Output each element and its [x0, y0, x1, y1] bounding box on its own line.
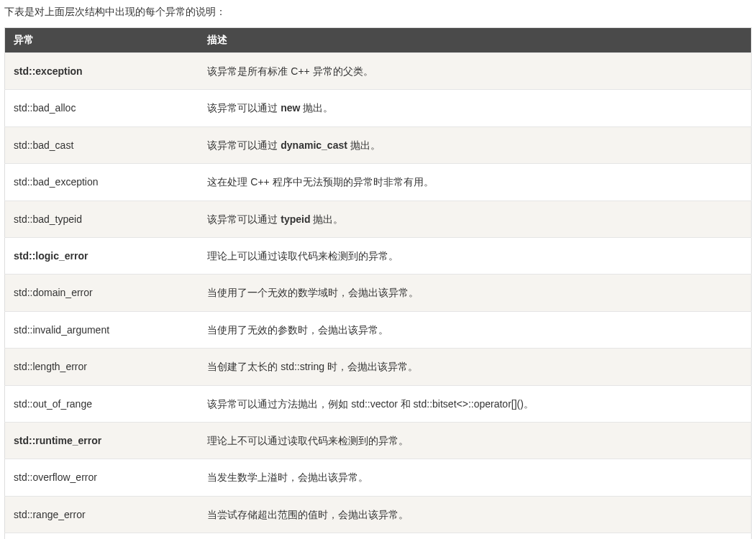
table-header-row: 异常 描述	[5, 28, 752, 53]
table-row: std::bad_cast该异常可以通过 dynamic_cast 抛出。	[5, 126, 752, 163]
exception-description: 该异常可以通过 new 抛出。	[199, 90, 751, 126]
exception-description: 当创建了太长的 std::string 时，会抛出该异常。	[199, 349, 751, 385]
table-row: std::bad_alloc该异常可以通过 new 抛出。	[5, 90, 752, 126]
exception-name: std::bad_cast	[5, 126, 199, 163]
exception-name: std::domain_error	[5, 275, 199, 311]
table-row: std::bad_exception这在处理 C++ 程序中无法预期的异常时非常…	[5, 164, 752, 201]
table-row: std::underflow_error当发生数学下溢时，会抛出该异常。	[5, 533, 752, 539]
exception-name: std::range_error	[5, 496, 199, 533]
table-row: std::overflow_error当发生数学上溢时，会抛出该异常。	[5, 459, 752, 496]
exception-name: std::logic_error	[5, 237, 199, 274]
exception-description: 该异常可以通过 dynamic_cast 抛出。	[199, 126, 751, 163]
exception-description: 当发生数学下溢时，会抛出该异常。	[199, 533, 751, 539]
exception-name: std::runtime_error	[5, 422, 199, 459]
exception-description: 当使用了一个无效的数学域时，会抛出该异常。	[199, 275, 751, 311]
exception-description: 该异常是所有标准 C++ 异常的父类。	[199, 53, 751, 90]
exception-description: 该异常可以通过方法抛出，例如 std::vector 和 std::bitset…	[199, 385, 751, 422]
exceptions-table: 异常 描述 std::exception该异常是所有标准 C++ 异常的父类。s…	[4, 27, 752, 539]
exception-name: std::exception	[5, 53, 199, 90]
exception-description: 当发生数学上溢时，会抛出该异常。	[199, 459, 751, 496]
table-row: std::logic_error理论上可以通过读取代码来检测到的异常。	[5, 237, 752, 274]
exception-name: std::length_error	[5, 349, 199, 385]
table-row: std::range_error当尝试存储超出范围的值时，会抛出该异常。	[5, 496, 752, 533]
intro-text: 下表是对上面层次结构中出现的每个异常的说明：	[4, 6, 752, 19]
exception-description: 当使用了无效的参数时，会抛出该异常。	[199, 311, 751, 348]
exception-description: 当尝试存储超出范围的值时，会抛出该异常。	[199, 496, 751, 533]
exception-name: std::underflow_error	[5, 533, 199, 539]
table-row: std::runtime_error理论上不可以通过读取代码来检测到的异常。	[5, 422, 752, 459]
header-exception: 异常	[5, 28, 199, 53]
header-description: 描述	[199, 28, 751, 53]
exception-description: 该异常可以通过 typeid 抛出。	[199, 201, 751, 237]
table-row: std::domain_error当使用了一个无效的数学域时，会抛出该异常。	[5, 275, 752, 311]
exception-name: std::out_of_range	[5, 385, 199, 422]
table-row: std::length_error当创建了太长的 std::string 时，会…	[5, 349, 752, 385]
table-row: std::exception该异常是所有标准 C++ 异常的父类。	[5, 53, 752, 90]
exception-description: 这在处理 C++ 程序中无法预期的异常时非常有用。	[199, 164, 751, 201]
exception-name: std::bad_typeid	[5, 201, 199, 237]
table-row: std::bad_typeid该异常可以通过 typeid 抛出。	[5, 201, 752, 237]
exception-description: 理论上可以通过读取代码来检测到的异常。	[199, 237, 751, 274]
exception-description: 理论上不可以通过读取代码来检测到的异常。	[199, 422, 751, 459]
exception-name: std::bad_alloc	[5, 90, 199, 126]
exception-name: std::bad_exception	[5, 164, 199, 201]
table-row: std::out_of_range该异常可以通过方法抛出，例如 std::vec…	[5, 385, 752, 422]
exception-name: std::invalid_argument	[5, 311, 199, 348]
exception-name: std::overflow_error	[5, 459, 199, 496]
table-row: std::invalid_argument当使用了无效的参数时，会抛出该异常。	[5, 311, 752, 348]
